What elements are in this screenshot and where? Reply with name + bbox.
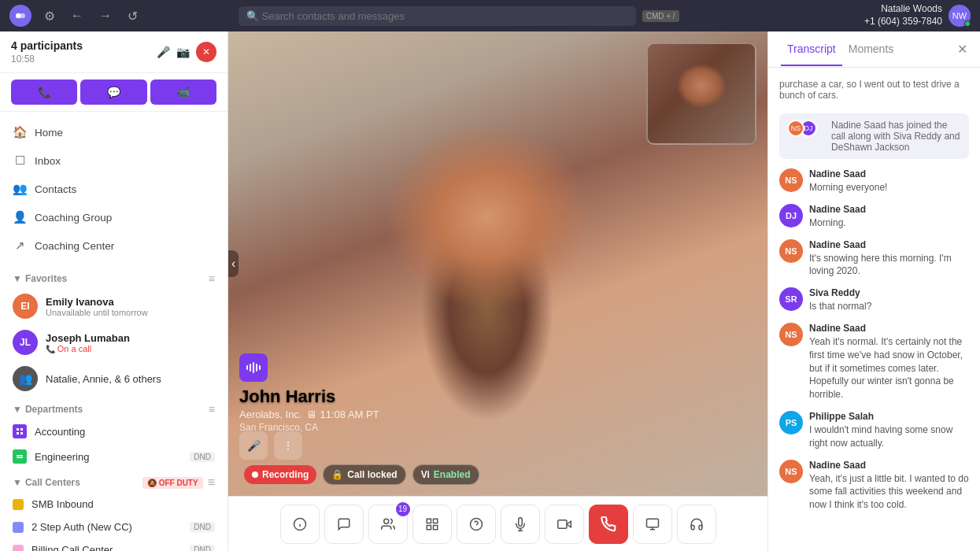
topbar: ⚙ ← → ↺ 🔍 CMD + / Natalie Woods +1 (604)… [0,0,980,31]
favorites-title[interactable]: ▼ Favorites [13,273,67,284]
smb-name: SMB Inbound [31,498,215,510]
home-label: Home [35,127,63,139]
msg-avatar-7: NS [779,460,803,483]
msg-4: SR Siva Reddy Is that normal? [779,287,969,313]
call-centers-edit-icon[interactable]: ≡ [208,475,215,490]
sidebar-item-inbox[interactable]: ☐ Inbox [0,146,227,175]
svg-point-16 [383,519,388,523]
video-icon[interactable]: 📷 [176,46,190,58]
billing-dnd-badge: DND [190,545,215,551]
right-panel: Transcript Moments ✕ purchase a car, so … [767,31,980,551]
favorite-joseph[interactable]: JL Joseph Lumaban On a call [0,324,227,361]
dept-engineering[interactable]: Engineering DND [0,444,227,469]
mute-button[interactable] [501,505,540,544]
info-button[interactable] [280,505,320,544]
sidebar-toggle-button[interactable]: ‹ [228,250,239,277]
engineering-name: Engineering [35,451,182,463]
msg-name-6: Philippe Salah [809,411,969,422]
favorites-chevron: ▼ [13,273,22,284]
center-area: ‹ John Harris Aerolabs, Inc. 🖥 [228,31,767,551]
msg-content-7: Nadine Saad Yeah, it's just a little bit… [809,460,969,512]
phone-action-button[interactable]: 📞 [11,80,77,105]
participants-button[interactable]: 19 [368,505,408,544]
mic-icon[interactable]: 🎤 [157,46,170,58]
chat-button[interactable] [324,505,364,544]
search-shortcut: CMD + / [642,10,679,22]
msg-3: NS Nadine Saad It's snowing here this mo… [779,239,969,279]
headset-button[interactable] [677,505,716,544]
sidebar-item-coaching-center[interactable]: ↗ Coaching Center [0,231,227,260]
call-participants: 4 participants 10:58 [11,39,83,65]
status-online-dot [964,20,971,27]
2step-dnd-badge: DND [190,522,215,532]
mic-mini-button[interactable]: 🎤 [239,431,268,460]
departments-title[interactable]: ▼ Departments [13,404,83,415]
end-call-toolbar-button[interactable] [589,505,628,544]
cc-2step-auth[interactable]: 2 Step Auth (New CC) DND [0,516,227,538]
dept-accounting[interactable]: Accounting [0,419,227,444]
app-container: ⚙ ← → ↺ 🔍 CMD + / Natalie Woods +1 (604)… [0,0,980,551]
msg-content-4: Siva Reddy Is that normal? [809,287,969,313]
cc-billing[interactable]: Billing Call Center DND [0,538,227,551]
msg-name-7: Nadine Saad [809,460,969,471]
svg-rect-20 [433,525,437,529]
end-call-button[interactable]: ✕ [196,42,216,62]
msg-avatar-3: NS [779,239,803,263]
nav-items: 🏠 Home ☐ Inbox 👥 Contacts 👤 Coaching Gro… [0,112,227,266]
tab-moments[interactable]: Moments [842,33,900,66]
svg-rect-3 [20,428,23,431]
recording-dot [252,471,258,478]
avatar[interactable]: NW [949,5,971,27]
lock-icon: 🔒 [331,469,343,480]
apps-button[interactable] [412,505,452,544]
favorites-edit-icon[interactable]: ≡ [209,272,215,285]
sidebar-item-contacts[interactable]: 👥 Contacts [0,175,227,203]
sidebar-item-home[interactable]: 🏠 Home [0,118,227,146]
desktop-icon: 🖥 [306,409,316,420]
msg-1: NS Nadine Saad Morning everyone! [779,168,969,194]
screen-share-button[interactable] [633,505,672,544]
enabled-prefix: Vi [421,469,430,480]
2step-name: 2 Step Auth (New CC) [31,521,182,533]
sidebar-item-coaching-group[interactable]: 👤 Coaching Group [0,203,227,231]
coaching-center-icon: ↗ [13,239,27,253]
svg-rect-8 [246,365,248,370]
inbox-label: Inbox [35,155,61,167]
cc-smb-inbound[interactable]: SMB Inbound [0,493,227,516]
msg-avatar-4: SR [779,287,803,311]
tab-transcript[interactable]: Transcript [781,33,842,66]
emily-avatar: EI [13,294,38,319]
main-layout: 4 participants 10:58 🎤 📷 ✕ 📞 💬 📹 [0,31,980,551]
call-centers-title[interactable]: ▼ Call Centers [13,477,80,488]
off-duty-badge: 🔕 OFF DUTY [142,477,203,489]
favorite-emily[interactable]: EI Emily Ivanova Unavailable until tomor… [0,288,227,324]
coaching-group-icon: 👤 [13,210,27,224]
locked-label: Call locked [347,469,397,480]
refresh-icon[interactable]: ↺ [124,6,141,27]
settings-icon[interactable]: ⚙ [41,6,58,27]
back-icon[interactable]: ← [68,6,87,26]
engineering-icon [13,449,27,464]
msg-name-2: Nadine Saad [809,204,969,215]
camera-button[interactable] [545,505,584,544]
participants-badge: 19 [396,502,410,516]
call-timer: 10:58 [11,54,83,65]
pip-video [646,43,756,145]
join-text: Nadine Saad has joined the call along wi… [831,120,961,153]
msg-text-4: Is that normal? [809,300,969,313]
panel-close-button[interactable]: ✕ [957,42,967,57]
favorites-actions: ≡ [209,272,215,285]
msg-5: NS Nadine Saad Yeah it's normal. It's ce… [779,323,969,401]
video-action-button[interactable]: 📹 [150,80,216,105]
departments-edit-icon[interactable]: ≡ [209,403,215,416]
forward-icon[interactable]: → [96,6,115,26]
msg-name-4: Siva Reddy [809,287,969,298]
favorite-others[interactable]: 👥 Natalie, Annie, & 6 others [0,361,227,397]
more-mini-button[interactable]: ⋮ [274,431,302,460]
coaching-center-label: Coaching Center [35,240,114,252]
svg-rect-27 [646,519,658,527]
others-avatar: 👥 [13,366,38,391]
help-button[interactable] [457,505,496,544]
search-input[interactable] [239,6,636,26]
message-action-button[interactable]: 💬 [80,80,146,105]
